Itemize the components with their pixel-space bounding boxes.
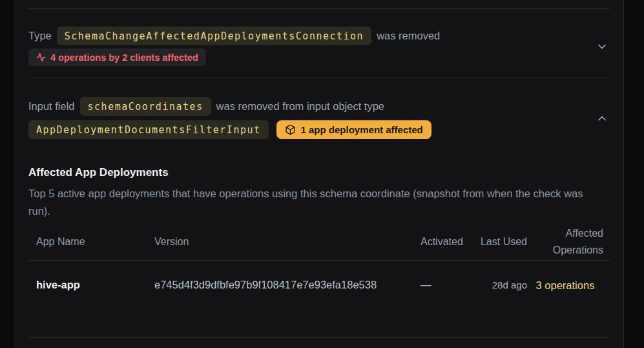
operations-affected-badge: 4 operations by 2 clients affected bbox=[28, 49, 206, 66]
chevron-down-icon bbox=[596, 40, 608, 53]
change-suffix: was removed bbox=[377, 30, 440, 42]
chevron-up-icon bbox=[596, 112, 608, 125]
app-name-cell: hive-app bbox=[36, 279, 80, 290]
operations-affected-label: 4 operations by 2 clients affected bbox=[50, 52, 198, 63]
change-prefix: Type bbox=[28, 30, 52, 42]
app-deployment-affected-label: 1 app deployment affected bbox=[301, 124, 423, 135]
column-header-affected-operations: Affected Operations bbox=[527, 224, 610, 260]
version-cell: e745d4f3d9dfbfe97b9f108417e7e93efa18e538 bbox=[154, 279, 377, 290]
code-badge-input-type-name: AppDeploymentDocumentsFilterInput bbox=[28, 120, 269, 139]
activated-cell: — bbox=[421, 279, 431, 290]
code-badge-type-name: SchemaChangeAffectedAppDeploymentsConnec… bbox=[57, 27, 371, 45]
change-summary: Input field schemaCoordinates was remove… bbox=[28, 97, 610, 116]
change-summary-line-2: AppDeploymentDocumentsFilterInput 1 app … bbox=[28, 120, 610, 139]
activity-icon bbox=[36, 52, 46, 62]
schema-changes-panel: Type SchemaChangeAffectedAppDeploymentsC… bbox=[14, 0, 624, 348]
change-prefix: Input field bbox=[28, 100, 75, 113]
affected-app-deployments-heading: Affected App Deployments bbox=[28, 166, 610, 179]
column-header-activated: Activated bbox=[413, 224, 472, 260]
affected-app-deployments-description: Top 5 active app deployments that have o… bbox=[28, 185, 597, 220]
affected-operations-link[interactable]: 3 operations bbox=[536, 277, 595, 294]
table-header-row: App Name Version Activated Last Used Aff… bbox=[28, 224, 610, 260]
change-summary: Type SchemaChangeAffectedAppDeploymentsC… bbox=[28, 27, 610, 45]
collapse-toggle-button[interactable] bbox=[596, 112, 608, 125]
app-deployments-table: App Name Version Activated Last Used Aff… bbox=[28, 224, 610, 310]
app-deployment-affected-badge: 1 app deployment affected bbox=[276, 120, 431, 139]
column-header-app-name: App Name bbox=[28, 224, 147, 260]
column-header-last-used: Last Used bbox=[472, 224, 527, 260]
change-suffix: was removed from input object type bbox=[216, 100, 384, 113]
divider bbox=[28, 337, 610, 338]
last-used-cell: 28d ago bbox=[492, 279, 527, 290]
change-item-input-field-removed[interactable]: Input field schemaCoordinates was remove… bbox=[28, 78, 610, 139]
expand-toggle-button[interactable] bbox=[596, 40, 608, 53]
package-icon bbox=[285, 124, 296, 135]
table-row: hive-app e745d4f3d9dfbfe97b9f108417e7e93… bbox=[28, 260, 610, 310]
change-item-type-removed[interactable]: Type SchemaChangeAffectedAppDeploymentsC… bbox=[28, 9, 610, 78]
code-badge-field-name: schemaCoordinates bbox=[80, 97, 211, 116]
column-header-version: Version bbox=[147, 224, 413, 260]
